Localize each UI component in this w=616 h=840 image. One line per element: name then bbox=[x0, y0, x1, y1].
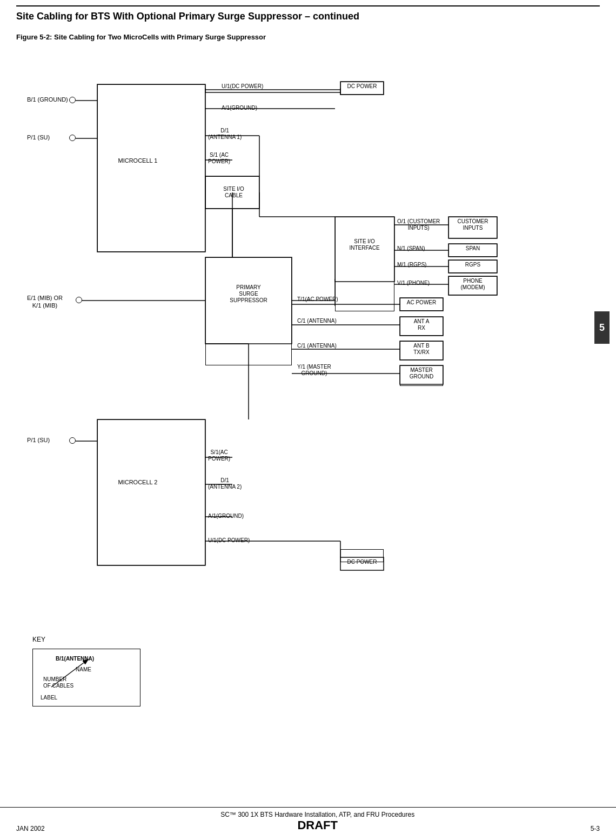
master-ground-box bbox=[400, 365, 443, 386]
c1-antenna-b: C/1 (ANTENNA) bbox=[297, 343, 337, 349]
customer-inputs-box bbox=[448, 217, 497, 238]
t1-ac-power: T/1(AC POWER) bbox=[297, 296, 338, 303]
o1-customer-inputs: O/1 (CUSTOMERINPUTS) bbox=[397, 218, 440, 231]
section-tab: 5 bbox=[594, 311, 610, 344]
e1-mib-connector bbox=[76, 297, 82, 303]
key-diagram: B/1(ANTENNA) NAME NUMBEROF CABLES bbox=[41, 655, 132, 692]
v1-phone: V/1 (PHONE) bbox=[397, 280, 430, 286]
key-name-label: NAME bbox=[76, 666, 91, 672]
s1-ac-power-bottom: S/1(ACPOWER) bbox=[208, 449, 230, 462]
key-number-label: NUMBEROF CABLES bbox=[43, 676, 73, 689]
p1-su-top-connector bbox=[69, 135, 76, 141]
page-title: Site Cabling for BTS With Optional Prima… bbox=[16, 11, 600, 22]
footer-center: SC™ 300 1X BTS Hardware Installation, AT… bbox=[220, 811, 414, 832]
a1-ground-top: A/1(GROUND) bbox=[222, 105, 257, 111]
key-box: B/1(ANTENNA) NAME NUMBEROF CABLES LABEL bbox=[32, 649, 140, 706]
u1-dc-power-top: U/1(DC POWER) bbox=[222, 83, 263, 90]
figure-label: Figure 5-2: bbox=[16, 33, 52, 41]
m1-rgps: M/1 (RGPS) bbox=[397, 262, 426, 268]
key-label-label: LABEL bbox=[41, 695, 132, 701]
d1-antenna2: D/1(ANTENNA 2) bbox=[208, 477, 242, 490]
ant-b-txrx-box bbox=[400, 341, 443, 360]
phone-modem-box bbox=[448, 276, 497, 295]
footer-draft: DRAFT bbox=[220, 818, 414, 832]
figure-caption: Figure 5-2: Site Cabling for Two MicroCe… bbox=[16, 33, 600, 41]
p1-su-bottom-label: P/1 (SU) bbox=[27, 437, 50, 444]
footer-center-text: SC™ 300 1X BTS Hardware Installation, AT… bbox=[220, 811, 414, 818]
figure-caption-text: Site Cabling for Two MicroCells with Pri… bbox=[54, 33, 266, 41]
microcell2-box bbox=[97, 419, 205, 565]
u1-dc-power-bottom: U/1(DC POWER) bbox=[208, 537, 250, 544]
c1-antenna-a: C/1 (ANTENNA) bbox=[297, 318, 337, 324]
key-arrow-area: B/1(ANTENNA) NAME NUMBEROF CABLES bbox=[41, 655, 105, 692]
key-section: KEY B/1(ANTENNA) NAME NUMBEROF CAB bbox=[32, 636, 600, 706]
pss-box bbox=[205, 257, 292, 365]
dc-power-bottom-box bbox=[340, 549, 384, 562]
footer-date: JAN 2002 bbox=[16, 825, 45, 832]
title-suffix: – continued bbox=[302, 11, 359, 22]
dc-power-top-box bbox=[340, 82, 384, 95]
e1-mib-label: E/1 (MIB) ORK/1 (MIB) bbox=[27, 294, 63, 310]
title-text: Site Cabling for BTS With Optional Prima… bbox=[16, 11, 302, 22]
page-footer: JAN 2002 SC™ 300 1X BTS Hardware Install… bbox=[0, 807, 616, 835]
d1-antenna1: D/1(ANTENNA 1) bbox=[208, 128, 242, 141]
site-io-interface-box bbox=[335, 217, 394, 311]
b1-ground-label: B/1 (GROUND) bbox=[27, 96, 68, 103]
ant-a-rx-box bbox=[400, 317, 443, 336]
diagram-area: MICROCELL 1 MICROCELL 2 PRIMARYSURGESUPP… bbox=[22, 52, 594, 619]
site-io-cable-box bbox=[205, 176, 259, 209]
key-antenna-label: B/1(ANTENNA) bbox=[56, 656, 94, 662]
s1-ac-power-top: S/1 (ACPOWER) bbox=[208, 152, 230, 165]
span-box bbox=[448, 244, 497, 257]
page-container: Site Cabling for BTS With Optional Prima… bbox=[0, 0, 616, 840]
svg-line-40 bbox=[205, 541, 340, 564]
p1-su-top-label: P/1 (SU) bbox=[27, 134, 50, 141]
a1-ground-bottom: A/1(GROUND) bbox=[208, 513, 244, 519]
ac-power-box bbox=[400, 298, 443, 311]
b1-ground-connector bbox=[69, 97, 76, 103]
n1-span: N/1 (SPAN) bbox=[397, 245, 425, 252]
y1-master-ground: Y/1 (MASTERGROUND) bbox=[297, 364, 331, 377]
top-border bbox=[16, 5, 600, 6]
rgps-box bbox=[448, 260, 497, 273]
key-title: KEY bbox=[32, 636, 600, 643]
p1-su-bottom-connector bbox=[69, 437, 76, 444]
footer-page-number: 5-3 bbox=[591, 825, 600, 832]
microcell1-box bbox=[97, 84, 205, 252]
